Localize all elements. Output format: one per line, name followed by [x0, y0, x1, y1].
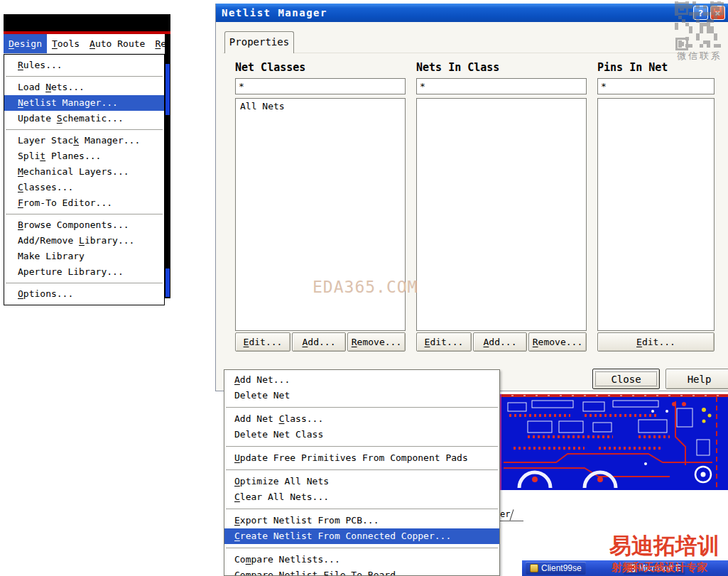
ctx-item-clear-all-nets[interactable]: Clear All Nets... [224, 489, 499, 505]
pins-in-net-listbox[interactable] [597, 98, 715, 331]
menu-separator [226, 446, 498, 447]
net-classes-edit-button[interactable]: Edit... [235, 332, 290, 352]
menu-item-add-remove-library[interactable]: Add/Remove Library... [4, 233, 164, 249]
ctx-item-add-net-class[interactable]: Add Net Class... [224, 411, 499, 427]
pcb-preview [499, 394, 728, 490]
design-dropdown-menu: Rules... Load Nets... Netlist Manager...… [4, 54, 165, 305]
menu-item-load-nets[interactable]: Load Nets... [4, 80, 164, 95]
menu-separator [6, 283, 163, 283]
brand-watermark-subtitle: 射频和天线设计专家 [612, 561, 707, 575]
ctx-item-compare-netlists[interactable]: Compare Netlists... [224, 552, 499, 567]
toolbar-strip-segment [165, 64, 170, 115]
ctx-item-compare-netlist-file-to-board[interactable]: Compare Netlist File To Board... [224, 567, 499, 576]
ctx-item-create-netlist-from-connected-copper[interactable]: Create Netlist From Connected Copper... [224, 528, 499, 544]
context-menu: Add Net... Delete Net Add Net Class... D… [224, 369, 500, 576]
menu-item-split-planes[interactable]: Split Planes... [4, 148, 164, 164]
net-classes-add-button[interactable]: Add... [292, 332, 346, 352]
menu-separator [226, 548, 498, 548]
nets-in-class-remove-button[interactable]: Remove... [528, 332, 587, 352]
background-toolbar-strip [165, 34, 170, 298]
net-classes-remove-button[interactable]: Remove... [347, 332, 406, 352]
eda365-watermark: EDA365.COM [313, 278, 418, 296]
toolbar-strip-segment [165, 268, 170, 297]
nets-in-class-listbox[interactable] [416, 98, 587, 331]
menu-item-netlist-manager[interactable]: Netlist Manager... [4, 95, 164, 111]
tab-properties[interactable]: Properties [224, 31, 294, 53]
menu-separator [226, 407, 498, 408]
net-classes-header: Net Classes [235, 61, 305, 74]
menu-item-layer-stack-manager[interactable]: Layer Stack Manager... [4, 133, 164, 148]
pins-in-net-header: Pins In Net [597, 61, 668, 74]
ctx-item-export-netlist-from-pcb[interactable]: Export Netlist From PCB... [224, 513, 499, 528]
ctx-item-add-net[interactable]: Add Net... [224, 372, 499, 388]
brand-watermark-title: 易迪拓培训 [609, 531, 719, 561]
ctx-item-delete-net[interactable]: Delete Net [224, 388, 499, 403]
menu-item-from-to-editor[interactable]: From-To Editor... [4, 195, 164, 211]
menu-item-mechanical-layers[interactable]: Mechanical Layers... [4, 164, 164, 180]
net-classes-buttons: Edit... Add... Remove... [235, 332, 406, 352]
titlebar[interactable]: Netlist Manager ? × [216, 4, 728, 22]
nets-in-class-header: Nets In Class [416, 61, 499, 74]
menu-item-options[interactable]: Options... [4, 286, 164, 302]
close-button[interactable]: Close [592, 369, 660, 389]
nets-in-class-edit-button[interactable]: Edit... [416, 332, 472, 352]
menu-item-aperture-library[interactable]: Aperture Library... [4, 264, 164, 280]
menu-item-make-library[interactable]: Make Library [4, 249, 164, 264]
menubar-item-design[interactable]: Design [4, 34, 47, 53]
qr-caption: 微信联系 [673, 50, 726, 63]
tab-strip-edge-line [497, 521, 523, 521]
ctx-item-optimize-all-nets[interactable]: Optimize All Nets [224, 474, 499, 489]
tab-strip-line [223, 53, 720, 53]
screen: Design Tools Auto Route Re Rules... Load… [0, 0, 728, 576]
nets-in-class-add-button[interactable]: Add... [473, 332, 527, 352]
menu-item-update-schematic[interactable]: Update Schematic... [4, 111, 164, 126]
pins-in-net-buttons: Edit... [597, 332, 715, 352]
taskbar-button-label: Client99se [541, 563, 582, 573]
list-item-all-nets[interactable]: All Nets [236, 99, 405, 114]
menu-item-browse-components[interactable]: Browse Components... [4, 217, 164, 233]
window-title: Netlist Manager [216, 7, 327, 18]
taskbar-button-client99se[interactable]: Client99se [526, 562, 586, 575]
qr-code-watermark [675, 1, 724, 51]
menu-separator [226, 469, 498, 470]
menu-separator [6, 214, 163, 214]
pins-in-net-edit-button[interactable]: Edit... [597, 332, 715, 352]
menubar: Design Tools Auto Route Re [4, 34, 170, 54]
layer-tab-fragment[interactable]: er [498, 509, 515, 521]
menu-item-classes[interactable]: Classes... [4, 180, 164, 195]
pins-in-net-filter-input[interactable] [597, 78, 715, 94]
help-button[interactable]: Help [665, 369, 728, 389]
pcb-image [499, 394, 728, 490]
ctx-item-delete-net-class[interactable]: Delete Net Class [224, 427, 499, 442]
client99se-icon [530, 564, 538, 572]
menubar-item-auto-route[interactable]: Auto Route [85, 34, 150, 53]
layer-tab-label: er [500, 509, 510, 519]
menu-item-rules[interactable]: Rules... [4, 58, 164, 73]
menu-separator [226, 509, 498, 509]
nets-in-class-filter-input[interactable] [416, 78, 587, 94]
nets-in-class-buttons: Edit... Add... Remove... [416, 332, 587, 352]
netlist-manager-dialog: Netlist Manager ? × Properties Net Class… [215, 4, 728, 391]
qr-modules [675, 1, 724, 51]
menubar-item-tools[interactable]: Tools [47, 34, 85, 53]
ctx-item-update-free-primitives[interactable]: Update Free Primitives From Component Pa… [224, 450, 499, 466]
menu-separator [6, 76, 163, 77]
app-title-area [4, 14, 170, 31]
net-classes-filter-input[interactable] [235, 78, 406, 94]
menu-separator [6, 129, 163, 130]
